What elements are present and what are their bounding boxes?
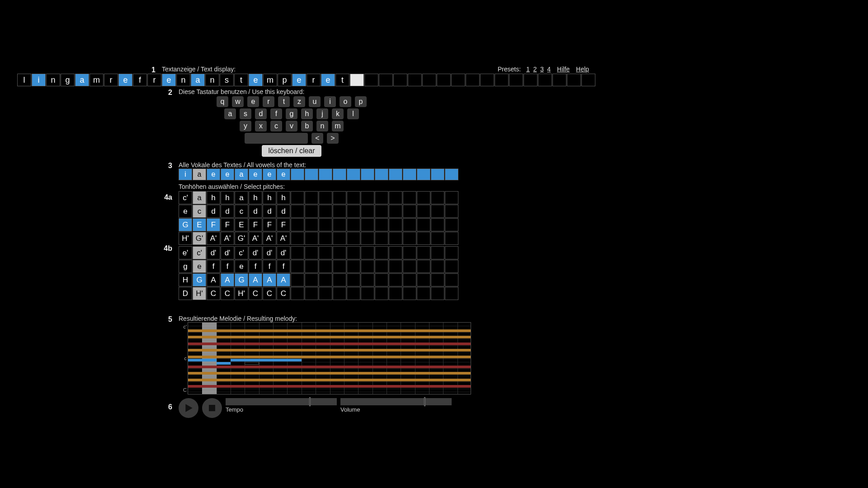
vowel-cell[interactable] (291, 169, 304, 180)
pitch-cell[interactable] (361, 273, 374, 286)
text-cell[interactable] (350, 74, 364, 86)
text-cell[interactable]: m (263, 74, 277, 86)
pitch-cell[interactable] (417, 205, 430, 218)
pitch-cell[interactable] (431, 232, 444, 245)
text-cell[interactable]: t (234, 74, 248, 86)
pitch-cell[interactable]: H (179, 273, 192, 286)
text-cell[interactable]: s (220, 74, 234, 86)
pitch-cell[interactable] (347, 287, 360, 300)
key-z[interactable]: z (293, 96, 305, 107)
pitch-cell[interactable] (445, 246, 458, 259)
pitch-cell[interactable] (305, 260, 318, 273)
pitch-cell[interactable] (305, 246, 318, 259)
preset-2[interactable]: 2 (532, 66, 538, 73)
pitch-cell[interactable] (319, 273, 332, 286)
piano-roll[interactable] (188, 322, 471, 394)
text-cell[interactable]: i (32, 74, 46, 86)
vowel-cell[interactable] (319, 169, 332, 180)
pitch-cell[interactable]: C (263, 287, 276, 300)
pitch-cell[interactable] (291, 287, 304, 300)
pitch-cell[interactable]: G' (193, 232, 206, 245)
pitch-cell[interactable] (319, 246, 332, 259)
text-cell[interactable]: e (321, 74, 335, 86)
pitch-cell[interactable] (445, 218, 458, 231)
pitch-cell[interactable]: c' (235, 246, 248, 259)
pitch-cell[interactable] (389, 246, 402, 259)
pitch-cell[interactable]: G (235, 273, 248, 286)
pitch-cell[interactable] (319, 205, 332, 218)
pitch-cell[interactable] (347, 205, 360, 218)
key-g[interactable]: g (286, 108, 297, 119)
pitch-cell[interactable]: C (221, 287, 234, 300)
pitch-cell[interactable] (319, 232, 332, 245)
pitch-cell[interactable] (291, 246, 304, 259)
text-cell[interactable]: t (335, 74, 349, 86)
pitch-cell[interactable]: F (249, 218, 262, 231)
pitch-cell[interactable] (305, 205, 318, 218)
pitch-cell[interactable] (389, 287, 402, 300)
pitch-cell[interactable]: c' (193, 246, 206, 259)
key-b[interactable]: b (301, 121, 313, 131)
pitch-cell[interactable] (445, 191, 458, 204)
vowel-cell[interactable]: a (235, 169, 248, 180)
vowel-cell[interactable] (431, 169, 444, 180)
pitch-cell[interactable] (431, 218, 444, 231)
pitch-cell[interactable]: C (249, 287, 262, 300)
pitch-cell[interactable] (389, 232, 402, 245)
pitch-cell[interactable] (333, 246, 346, 259)
key-u[interactable]: u (309, 96, 321, 107)
pitch-cell[interactable]: f (263, 260, 276, 273)
pitch-cell[interactable] (431, 260, 444, 273)
pitch-cell[interactable] (347, 191, 360, 204)
key-a[interactable]: a (224, 108, 236, 119)
text-cell[interactable]: g (61, 74, 75, 86)
pitch-cell[interactable] (375, 287, 388, 300)
key-s[interactable]: s (240, 108, 251, 119)
text-cell[interactable] (552, 74, 566, 86)
pitch-cell[interactable]: e (193, 260, 206, 273)
pitch-cell[interactable]: c (193, 205, 206, 218)
text-cell[interactable] (408, 74, 422, 86)
key-o[interactable]: o (340, 96, 351, 107)
pitch-cell[interactable] (291, 260, 304, 273)
pitch-cell[interactable] (389, 260, 402, 273)
pitch-cell[interactable]: d (249, 205, 262, 218)
text-cell[interactable]: a (191, 74, 205, 86)
text-cell[interactable]: e (249, 74, 263, 86)
pitch-cell[interactable] (347, 218, 360, 231)
text-cell[interactable] (437, 74, 451, 86)
pitch-cell[interactable] (291, 218, 304, 231)
key-space[interactable] (245, 133, 308, 144)
key-y[interactable]: y (240, 121, 251, 131)
tempo-slider[interactable] (226, 398, 337, 405)
preset-3[interactable]: 3 (539, 66, 545, 73)
pitch-cell[interactable] (445, 232, 458, 245)
vowel-cell[interactable] (333, 169, 346, 180)
pitch-cell[interactable] (305, 232, 318, 245)
pitch-cell[interactable]: G (193, 273, 206, 286)
pitch-cell[interactable]: A' (277, 232, 290, 245)
pitch-cell[interactable]: d' (207, 246, 220, 259)
pitch-cell[interactable]: F (207, 218, 220, 231)
pitch-cell[interactable] (445, 260, 458, 273)
text-cell[interactable]: r (307, 74, 321, 86)
pitch-cell[interactable] (403, 205, 416, 218)
text-cell[interactable] (451, 74, 465, 86)
pitch-cell[interactable] (375, 218, 388, 231)
pitch-cell[interactable]: d' (263, 246, 276, 259)
key-v[interactable]: v (286, 121, 297, 131)
text-cell[interactable] (495, 74, 509, 86)
pitch-cell[interactable] (361, 232, 374, 245)
pitch-cell[interactable] (389, 273, 402, 286)
pitch-cell[interactable]: f (207, 260, 220, 273)
pitch-cell[interactable]: g (179, 260, 192, 273)
text-cell[interactable] (538, 74, 552, 86)
vowel-cell[interactable]: e (207, 169, 220, 180)
pitch-cell[interactable] (417, 232, 430, 245)
pitch-cell[interactable]: h (277, 191, 290, 204)
pitch-cell[interactable] (403, 287, 416, 300)
vowel-cell[interactable] (305, 169, 318, 180)
pitch-cell[interactable]: D (179, 287, 192, 300)
pitch-cell[interactable]: d' (249, 246, 262, 259)
vowel-cell[interactable] (361, 169, 374, 180)
